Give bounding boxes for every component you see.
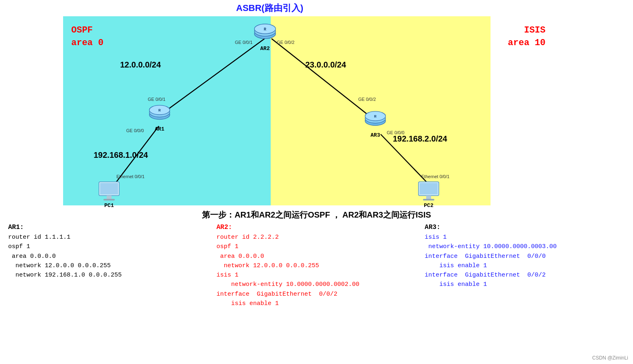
ar2-config-lines: router id 2.2.2.2ospf 1 area 0.0.0.0 net…: [217, 233, 417, 308]
ar1-config-panel: AR1: router id 1.1.1.1ospf 1 area 0.0.0.…: [4, 224, 212, 308]
svg-rect-21: [420, 183, 438, 194]
iface-ar1-ge001: GE 0/0/1: [148, 97, 165, 102]
net-label-192-2: 192.168.2.0/24: [393, 134, 447, 144]
isis-line1: ISIS: [524, 25, 545, 35]
svg-rect-18: [107, 196, 112, 199]
svg-rect-23: [423, 199, 434, 201]
svg-text:R: R: [158, 108, 161, 113]
config-line: network-entity 10.0000.0000.0003.00: [425, 242, 625, 251]
ar2-router: R AR2: [254, 22, 276, 52]
ar2-label: AR2: [254, 46, 276, 52]
config-line: network 192.168.1.0 0.0.0.255: [8, 270, 208, 280]
config-line: router id 1.1.1.1: [8, 233, 208, 242]
ospf-line2: area 0: [71, 38, 103, 48]
svg-rect-19: [103, 199, 115, 201]
config-line: network-entity 10.0000.0000.0002.00: [217, 280, 417, 289]
config-line: isis enable 1: [425, 261, 625, 270]
config-line: network 12.0.0.0 0.0.0.255: [217, 261, 417, 270]
ar3-config-lines: isis 1 network-entity 10.0000.0000.0003.…: [425, 233, 625, 290]
svg-text:R: R: [264, 27, 266, 32]
config-line: area 0.0.0.0: [217, 252, 417, 261]
ospf-label: OSPF area 0: [71, 24, 103, 50]
config-line: ospf 1: [217, 242, 417, 251]
iface-pc2-eth: Ethernet 0/0/1: [421, 174, 449, 179]
config-line: interface GigabitEthernet 0/0/0: [425, 252, 625, 261]
net-label-23: 23.0.0.0/24: [305, 60, 346, 70]
ar3-config-panel: AR3: isis 1 network-entity 10.0000.0000.…: [421, 224, 629, 308]
config-line: interface GigabitEthernet 0/0/2: [425, 270, 625, 280]
isis-line2: area 10: [508, 38, 545, 48]
config-line: area 0.0.0.0: [8, 252, 208, 261]
network-diagram: ASBR(路由引入) OSPF area 0 ISIS area 10 12.0…: [0, 0, 633, 207]
iface-ar3-ge000: GE 0/0/0: [387, 130, 404, 135]
svg-text:R: R: [374, 114, 377, 119]
config-line: isis enable 1: [217, 299, 417, 308]
net-label-192-1: 192.168.1.0/24: [94, 150, 148, 160]
config-line: network 12.0.0.0 0.0.0.255: [8, 261, 208, 270]
iface-ar1-ge000: GE 0/0/0: [126, 128, 144, 133]
ar1-router: R AR1: [149, 104, 171, 132]
config-area: AR1: router id 1.1.1.1ospf 1 area 0.0.0.…: [0, 224, 633, 308]
ar3-config-title: AR3:: [425, 224, 625, 231]
ar1-config-title: AR1:: [8, 224, 208, 231]
step-label: 第一步：AR1和AR2之间运行OSPF ， AR2和AR3之间运行ISIS: [0, 209, 633, 220]
svg-rect-22: [426, 196, 431, 199]
pc1-icon: PC1: [97, 181, 121, 209]
svg-rect-17: [100, 183, 118, 194]
pc1-label: PC1: [97, 203, 121, 209]
watermark: CSDN @ZiminLi: [592, 355, 628, 361]
iface-ar2-ge001: GE 0/0/1: [235, 40, 252, 45]
config-line: interface GigabitEthernet 0/0/2: [217, 290, 417, 299]
pc2-icon: PC2: [416, 181, 441, 209]
ar2-config-panel: AR2: router id 2.2.2.2ospf 1 area 0.0.0.…: [212, 224, 421, 308]
config-line: isis 1: [217, 270, 417, 280]
net-label-12: 12.0.0.0/24: [120, 60, 161, 70]
ar2-config-title: AR2:: [217, 224, 417, 231]
config-line: isis 1: [425, 233, 625, 242]
ar3-label: AR3: [364, 132, 386, 138]
iface-ar2-ge002: GE 0/0/2: [277, 40, 294, 45]
iface-ar3-ge002: GE 0/0/2: [358, 97, 376, 102]
ar1-config-lines: router id 1.1.1.1ospf 1 area 0.0.0.0 net…: [8, 233, 208, 280]
pc2-label: PC2: [416, 203, 441, 209]
config-line: ospf 1: [8, 242, 208, 251]
isis-label: ISIS area 10: [508, 24, 545, 50]
ar3-router: R AR3: [364, 110, 386, 138]
ospf-line1: OSPF: [71, 25, 93, 35]
asbr-label: ASBR(路由引入): [236, 2, 303, 14]
ar1-label: AR1: [149, 126, 171, 132]
config-line: isis enable 1: [425, 280, 625, 289]
iface-pc1-eth: Ethernet 0/0/1: [116, 174, 145, 179]
config-line: router id 2.2.2.2: [217, 233, 417, 242]
